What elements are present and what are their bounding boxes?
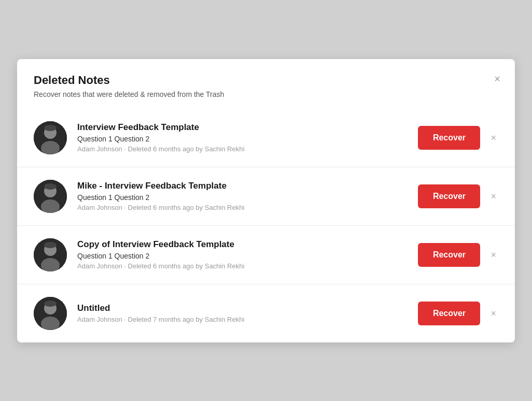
note-info: Copy of Interview Feedback Template Ques… <box>77 239 408 270</box>
note-preview: Question 1 Question 2 <box>77 252 408 260</box>
avatar <box>34 297 67 330</box>
list-item: Copy of Interview Feedback Template Ques… <box>17 225 515 284</box>
modal-title: Deleted Notes <box>34 74 498 87</box>
delete-permanently-button[interactable]: × <box>488 248 498 262</box>
modal-header: Deleted Notes Recover notes that were de… <box>17 59 515 109</box>
note-actions: Recover × <box>418 243 498 267</box>
modal-close-button[interactable]: × <box>492 71 502 86</box>
note-title: Copy of Interview Feedback Template <box>77 239 408 250</box>
svg-point-3 <box>44 125 57 131</box>
close-icon: × <box>494 73 500 84</box>
avatar <box>34 121 67 154</box>
avatar <box>34 180 67 213</box>
note-actions: Recover × <box>418 184 498 208</box>
svg-point-11 <box>44 242 57 248</box>
note-title: Untitled <box>77 303 408 313</box>
svg-point-7 <box>44 183 57 190</box>
close-icon: × <box>491 191 496 202</box>
delete-permanently-button[interactable]: × <box>488 190 498 203</box>
note-preview: Question 1 Question 2 <box>77 135 408 143</box>
modal-dialog: Deleted Notes Recover notes that were de… <box>17 59 515 342</box>
list-item: Interview Feedback Template Question 1 Q… <box>17 109 515 167</box>
note-info: Interview Feedback Template Question 1 Q… <box>77 122 408 153</box>
modal-subtitle: Recover notes that were deleted & remove… <box>34 90 498 98</box>
recover-button[interactable]: Recover <box>418 302 480 325</box>
modal-body: Interview Feedback Template Question 1 Q… <box>17 109 515 342</box>
note-actions: Recover × <box>418 302 498 325</box>
note-info: Mike - Interview Feedback Template Quest… <box>77 181 408 211</box>
note-meta: Adam Johnson · Deleted 6 months ago by S… <box>77 262 408 270</box>
note-meta: Adam Johnson · Deleted 6 months ago by S… <box>77 145 408 153</box>
note-info: Untitled Adam Johnson · Deleted 7 months… <box>77 303 408 323</box>
page-background: Deleted Notes Recover notes that were de… <box>0 0 532 401</box>
delete-permanently-button[interactable]: × <box>488 131 498 145</box>
recover-button[interactable]: Recover <box>418 126 480 150</box>
close-icon: × <box>491 250 496 260</box>
note-meta: Adam Johnson · Deleted 6 months ago by S… <box>77 204 408 211</box>
note-preview: Question 1 Question 2 <box>77 193 408 202</box>
note-title: Mike - Interview Feedback Template <box>77 181 408 191</box>
note-actions: Recover × <box>418 126 498 150</box>
svg-point-15 <box>44 300 57 307</box>
avatar <box>34 238 67 271</box>
list-item: Untitled Adam Johnson · Deleted 7 months… <box>17 284 515 342</box>
note-title: Interview Feedback Template <box>77 122 408 133</box>
list-item: Mike - Interview Feedback Template Quest… <box>17 167 515 225</box>
delete-permanently-button[interactable]: × <box>488 307 498 320</box>
recover-button[interactable]: Recover <box>418 184 480 208</box>
close-icon: × <box>491 133 496 143</box>
note-meta: Adam Johnson · Deleted 7 months ago by S… <box>77 316 408 323</box>
recover-button[interactable]: Recover <box>418 243 480 267</box>
close-icon: × <box>491 308 496 319</box>
